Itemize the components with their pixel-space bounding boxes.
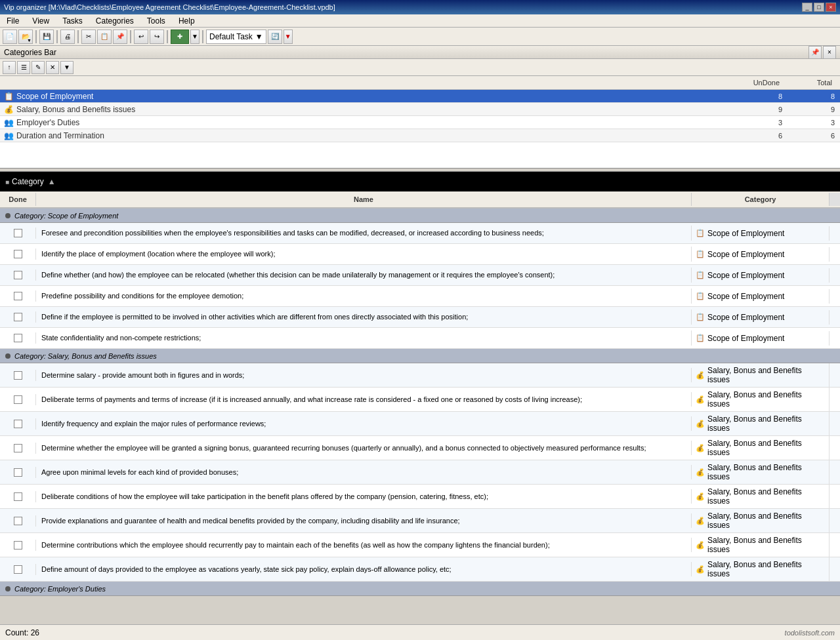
task-category: 📋Scope of Employment [692, 226, 830, 241]
task-row: Define if the employee is permitted to b… [0, 307, 840, 328]
task-list: Category: Scope of Employment Foresee an… [0, 209, 840, 596]
task-checkbox[interactable] [14, 565, 22, 574]
categories-bar-label: Categories Bar [4, 48, 56, 57]
task-checkbox[interactable] [14, 229, 22, 237]
maximize-button[interactable]: □ [814, 3, 824, 12]
done-cell [0, 564, 36, 575]
cat-toolbar-btn1[interactable]: ↑ [3, 61, 16, 74]
paste-button[interactable]: 📌 [113, 30, 127, 44]
done-cell [0, 332, 36, 344]
menu-tools[interactable]: Tools [143, 16, 169, 26]
add-task-button[interactable]: ✚ [171, 30, 189, 44]
menu-categories[interactable]: Categories [92, 16, 138, 26]
task-name: Deliberate terms of payments and terms o… [36, 392, 692, 407]
done-cell [0, 311, 36, 323]
task-row: Determine contributions which the employ… [0, 533, 840, 557]
done-cell [0, 370, 36, 381]
task-row: Deliberate terms of payments and terms o… [0, 388, 840, 412]
task-name: Define amount of days provided to the em… [36, 562, 692, 576]
menu-bar: File View Tasks Categories Tools Help [0, 14, 840, 28]
task-checkbox[interactable] [14, 492, 22, 501]
add-arrow[interactable]: ▼ [190, 30, 200, 44]
task-category: 💰Salary, Bonus and Benefits issues [692, 363, 830, 387]
menu-help[interactable]: Help [175, 16, 199, 26]
cat-bar-pin[interactable]: 📌 [808, 46, 822, 59]
task-row: State confidentiality and non-compete re… [0, 328, 840, 349]
menu-view[interactable]: View [28, 16, 53, 26]
task-checkbox[interactable] [14, 334, 22, 342]
task-checkbox[interactable] [14, 371, 22, 380]
task-name: Determine contributions which the employ… [36, 538, 692, 552]
category-group-header: Category: Salary, Bonus and Benefits iss… [0, 349, 840, 363]
task-category: 💰Salary, Bonus and Benefits issues [692, 557, 830, 581]
task-name: Agree upon minimal levels for each kind … [36, 465, 692, 479]
task-checkbox[interactable] [14, 292, 22, 300]
close-button[interactable]: × [826, 3, 836, 12]
cat-bar-close[interactable]: × [823, 46, 836, 59]
undo-button[interactable]: ↩ [134, 30, 148, 44]
task-category: 📋Scope of Employment [692, 268, 830, 283]
done-cell [0, 515, 36, 527]
cut-button[interactable]: ✂ [81, 30, 96, 44]
task-checkbox[interactable] [14, 395, 22, 404]
cat-toolbar-btn2[interactable]: ☰ [17, 61, 30, 74]
task-category: 📋Scope of Employment [692, 331, 830, 346]
category-row[interactable]: 👥 Duration and Termination 6 6 [0, 129, 840, 142]
cat-toolbar-btn4[interactable]: ✕ [46, 61, 59, 74]
th-name: Name [36, 193, 692, 206]
task-category: 💰Salary, Bonus and Benefits issues [692, 509, 830, 532]
category-row[interactable]: 💰 Salary, Bonus and Benefits issues 9 9 [0, 103, 840, 116]
category-row[interactable]: 📋 Scope of Employment 8 8 [0, 90, 840, 103]
task-category: 💰Salary, Bonus and Benefits issues [692, 412, 830, 435]
task-checkbox[interactable] [14, 517, 22, 525]
task-name: Foresee and precondition possibilities w… [36, 226, 692, 240]
task-checkbox[interactable] [14, 250, 22, 258]
task-row: Determine whether the employee will be g… [0, 436, 840, 460]
task-type-dropdown[interactable]: Default Task▼ [206, 30, 266, 44]
copy-button[interactable]: 📋 [97, 30, 112, 44]
task-row: Define whether (and how) the employee ca… [0, 265, 840, 286]
task-category: 💰Salary, Bonus and Benefits issues [692, 485, 830, 508]
stop-button[interactable]: ▼ [284, 30, 293, 44]
task-checkbox[interactable] [14, 313, 22, 321]
task-name: Deliberate conditions of how the employe… [36, 489, 692, 504]
title-text: Vip organizer [M:\Vlad\Checklists\Employ… [4, 3, 335, 11]
cat-toolbar-btn5[interactable]: ▼ [60, 61, 74, 74]
count-label: Count: 26 [5, 628, 39, 637]
save-button[interactable]: 💾 [39, 30, 54, 44]
task-category: 📋Scope of Employment [692, 247, 830, 262]
task-row: Predefine possibility and conditions for… [0, 286, 840, 307]
sort-header-label: Category [12, 177, 44, 186]
task-checkbox[interactable] [14, 468, 22, 477]
done-cell [0, 540, 36, 551]
cat-name: Employer's Duties [16, 118, 79, 127]
redo-button[interactable]: ↪ [150, 30, 164, 44]
task-checkbox[interactable] [14, 444, 22, 452]
menu-tasks[interactable]: Tasks [58, 16, 87, 26]
task-table-header: Done Name Category [0, 191, 840, 209]
category-group-header: Category: Employer's Duties [0, 582, 840, 596]
categories-list: 📋 Scope of Employment 8 8 💰 Salary, Bonu… [0, 90, 840, 142]
open-button[interactable]: 📂▼ [18, 30, 33, 44]
cat-toolbar-btn3[interactable]: ✎ [32, 61, 45, 74]
th-done: Done [0, 193, 36, 206]
window-controls: _ □ × [802, 3, 836, 12]
task-row: Determine salary - provide amount both i… [0, 363, 840, 388]
task-checkbox[interactable] [14, 541, 22, 550]
task-row: Identify frequency and explain the major… [0, 412, 840, 436]
category-row[interactable]: 👥 Employer's Duties 3 3 [0, 116, 840, 129]
separator-1 [35, 30, 37, 43]
new-button[interactable]: 📄 [3, 30, 17, 44]
separator-6 [202, 30, 203, 43]
menu-file[interactable]: File [3, 16, 23, 26]
minimize-button[interactable]: _ [802, 3, 812, 12]
task-name: Determine whether the employee will be g… [36, 441, 692, 455]
print-button[interactable]: 🖨 [60, 30, 75, 44]
refresh-button[interactable]: 🔄 [268, 30, 282, 44]
cat-col-name [0, 77, 722, 88]
count-bar: Count: 26 todolistsoft.com [0, 624, 840, 640]
task-row: Define amount of days provided to the em… [0, 557, 840, 582]
task-category: 📋Scope of Employment [692, 289, 830, 304]
task-checkbox[interactable] [14, 420, 22, 428]
task-checkbox[interactable] [14, 271, 22, 279]
